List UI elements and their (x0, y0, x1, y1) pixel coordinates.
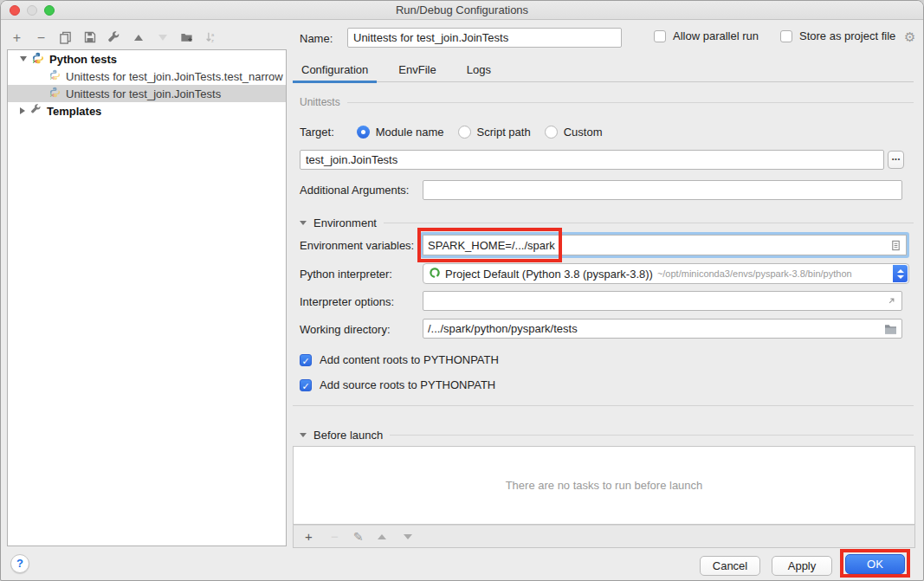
add-content-roots-checkbox[interactable] (300, 354, 312, 366)
title-bar: Run/Debug Configurations (1, 1, 923, 20)
edit-templates-icon[interactable] (107, 30, 121, 45)
before-launch-task-list[interactable]: There are no tasks to run before launch (293, 446, 915, 525)
radio-label: Script path (477, 126, 531, 139)
section-rule (390, 435, 914, 436)
tree-item-label: Unittests for test_join.JoinTests (66, 87, 221, 100)
radio-label: Module name (376, 126, 444, 139)
tab-label: EnvFile (398, 63, 436, 76)
add-content-roots-label: Add content roots to PYTHONPATH (320, 353, 499, 366)
section-before-launch-label: Before launch (313, 429, 383, 442)
name-input[interactable] (347, 28, 622, 48)
store-as-project-file-option[interactable]: Store as project file (780, 29, 895, 42)
tree-item-label: Unittests for test_join.JoinTests.test_n… (66, 70, 283, 83)
add-content-roots-option[interactable]: Add content roots to PYTHONPATH (300, 353, 499, 366)
tab-label: Configuration (301, 63, 368, 76)
conda-icon (429, 267, 441, 281)
allow-parallel-run-option[interactable]: Allow parallel run (654, 29, 759, 42)
add-icon[interactable]: + (301, 529, 316, 544)
target-label: Target: (300, 126, 334, 139)
working-directory-field[interactable]: /.../spark/python/pyspark/tests (423, 319, 902, 339)
gear-icon[interactable]: ⚙ (904, 29, 915, 45)
add-icon[interactable]: + (10, 30, 24, 45)
interpreter-options-field (423, 291, 902, 311)
chevron-right-icon[interactable] (20, 107, 25, 114)
section-unittests-label: Unittests (300, 96, 340, 108)
tab-configuration[interactable]: Configuration (293, 58, 377, 81)
radio-icon[interactable] (458, 126, 471, 139)
interpreter-path: ~/opt/miniconda3/envs/pyspark-3.8/bin/py… (657, 268, 852, 279)
edit-icon: ✎ (353, 530, 364, 544)
section-divider (293, 405, 914, 406)
python-interpreter-label: Python interpreter: (300, 268, 392, 281)
radio-custom[interactable]: Custom (545, 126, 603, 139)
apply-button[interactable]: Apply (772, 556, 832, 576)
tab-logs[interactable]: Logs (458, 58, 500, 81)
tree-item-label: Templates (47, 105, 101, 118)
chevron-down-icon[interactable] (20, 56, 27, 61)
add-source-roots-option[interactable]: Add source roots to PYTHONPATH (300, 378, 495, 391)
interpreter-name: Project Default (Python 3.8 (pyspark-3.8… (445, 268, 653, 281)
tree-item-test-narrow[interactable]: Unittests for test_join.JoinTests.test_n… (8, 68, 286, 85)
select-stepper[interactable] (893, 265, 908, 282)
section-environment-label: Environment (313, 216, 377, 229)
new-folder-icon[interactable] (179, 30, 194, 45)
folder-icon[interactable] (884, 323, 897, 334)
ellipsis-icon: ... (891, 151, 900, 163)
env-list-icon[interactable] (890, 240, 901, 251)
run-debug-configurations-dialog: Run/Debug Configurations + − az Pytho (0, 0, 924, 581)
cancel-button[interactable]: Cancel (700, 556, 760, 576)
expand-icon[interactable] (886, 295, 897, 307)
store-as-project-file-checkbox[interactable] (780, 30, 792, 42)
save-icon[interactable] (82, 30, 97, 45)
section-rule (347, 102, 914, 103)
python-interpreter-select[interactable]: Project Default (Python 3.8 (pyspark-3.8… (423, 263, 909, 284)
target-input[interactable] (300, 150, 884, 170)
python-tests-icon (49, 69, 61, 83)
radio-icon[interactable] (357, 126, 370, 139)
help-button[interactable]: ? (10, 554, 29, 573)
ok-button[interactable]: OK (845, 554, 905, 574)
add-source-roots-checkbox[interactable] (300, 379, 312, 391)
tab-bar: Configuration EnvFile Logs (293, 58, 914, 82)
move-up-icon[interactable] (131, 30, 145, 45)
tree-item-label: Python tests (49, 53, 117, 66)
section-environment: Environment (300, 216, 914, 229)
interpreter-options-input[interactable] (428, 294, 886, 307)
chevron-up-icon (897, 269, 904, 273)
tree-group-templates[interactable]: Templates (8, 102, 286, 119)
chevron-down-icon (897, 275, 904, 279)
section-rule (384, 223, 914, 223)
configurations-tree: Python tests Unittests for test_join.Joi… (7, 49, 287, 546)
section-before-launch: Before launch (300, 429, 914, 442)
radio-label: Custom (564, 126, 603, 139)
name-label: Name: (300, 32, 333, 45)
tree-group-python-tests[interactable]: Python tests (8, 50, 286, 68)
copy-icon[interactable] (58, 30, 73, 45)
additional-arguments-input[interactable] (423, 180, 902, 200)
radio-icon[interactable] (545, 126, 558, 139)
additional-arguments-label: Additional Arguments: (300, 184, 409, 197)
radio-script-path[interactable]: Script path (458, 126, 531, 139)
radio-module-name[interactable]: Module name (357, 126, 444, 139)
move-down-icon (155, 30, 170, 45)
tree-item-jointests-selected[interactable]: Unittests for test_join.JoinTests (8, 85, 286, 102)
allow-parallel-run-checkbox[interactable] (654, 30, 666, 42)
tab-label: Logs (467, 63, 491, 76)
collapse-triangle-icon[interactable] (300, 433, 307, 437)
environment-variables-label: Environment variables: (300, 239, 414, 252)
window-title: Run/Debug Configurations (1, 3, 923, 16)
browse-button[interactable]: ... (888, 151, 904, 169)
ok-label: OK (867, 558, 883, 571)
collapse-triangle-icon[interactable] (300, 221, 307, 225)
target-row: Target: Module name Script path Custom (300, 123, 616, 140)
configurations-toolbar: + − az (10, 28, 218, 47)
remove-icon[interactable]: − (34, 30, 48, 45)
svg-text:z: z (211, 38, 214, 43)
environment-variables-input[interactable] (428, 239, 890, 252)
tab-envfile[interactable]: EnvFile (390, 58, 444, 81)
before-launch-toolbar: + − ✎ (293, 525, 915, 548)
working-directory-label: Working directory: (300, 323, 391, 336)
cancel-label: Cancel (713, 559, 747, 572)
help-icon: ? (16, 557, 23, 570)
apply-label: Apply (788, 559, 817, 572)
